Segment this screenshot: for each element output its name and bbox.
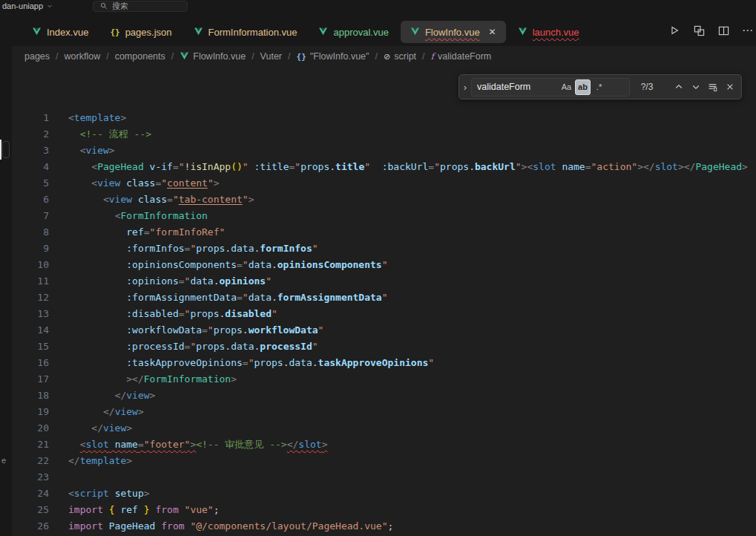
code-text: [49, 469, 68, 486]
code-text: <!-- 流程 -->: [49, 126, 151, 143]
line-number: 13: [12, 306, 49, 322]
title-bar: dan-uniapp 搜索: [0, 0, 756, 12]
code-text: :disabled="props.disabled": [49, 306, 277, 322]
code-line[interactable]: 17 ></FormInformation>: [12, 371, 756, 388]
code-line[interactable]: 22</template>: [12, 453, 756, 469]
breadcrumb-item[interactable]: FlowInfo.vue: [180, 51, 246, 62]
code-line[interactable]: 23: [12, 469, 756, 486]
find-input[interactable]: [477, 82, 559, 92]
code-text: :opinionsComponents="data.opinionsCompon…: [49, 257, 388, 273]
toggle-replace-icon[interactable]: ›: [459, 75, 471, 99]
code-line[interactable]: 18 </view>: [12, 388, 756, 404]
breadcrumb-item[interactable]: pages: [24, 51, 50, 62]
code-text: :opinions="data.opinions": [49, 273, 272, 290]
activity-bar-sliver: e: [0, 46, 12, 536]
code-line[interactable]: 21 <slot name="footer"><!-- 审批意见 --></sl…: [12, 437, 756, 453]
code-editor[interactable]: › Aa ab .* ?/3 1<template>2 <!-- 流程 -->3…: [12, 67, 756, 536]
whole-word-button[interactable]: ab: [575, 79, 591, 95]
code-line[interactable]: 13 :disabled="props.disabled": [12, 306, 756, 322]
workspace-name[interactable]: dan-uniapp: [0, 1, 53, 10]
search-icon: [100, 2, 108, 10]
vue-file-icon: [318, 27, 328, 36]
line-number: 16: [12, 355, 49, 371]
code-text: :formInfos="props.data.formInfos": [49, 241, 318, 257]
find-results-count: ?/3: [637, 82, 657, 92]
next-match-button[interactable]: [687, 79, 704, 96]
code-line[interactable]: 6 <view class="tab-content">: [12, 192, 756, 208]
sidebar-text-remnant: e: [1, 456, 6, 465]
breadcrumb-label: pages: [24, 51, 50, 62]
tab-pages.json[interactable]: {}pages.json: [100, 21, 181, 43]
code-text: :processId="props.data.processId": [49, 339, 318, 355]
code-line[interactable]: 2 <!-- 流程 -->: [12, 126, 756, 143]
tab-bar: Index.vue{}pages.jsonFormInformation.vue…: [0, 12, 756, 46]
previous-match-button[interactable]: [670, 79, 687, 96]
line-number: 10: [12, 257, 49, 273]
vue-file-icon: [32, 27, 42, 36]
breadcrumb-item[interactable]: {}"FlowInfo.vue": [297, 51, 369, 62]
breadcrumb-item[interactable]: components: [115, 51, 165, 62]
code-text: <FormInformation: [49, 208, 208, 224]
breadcrumb-label: components: [115, 51, 165, 62]
active-view-indicator: [0, 140, 1, 160]
split-editor-button[interactable]: [717, 24, 730, 37]
breadcrumb-separator: /: [171, 51, 174, 62]
code-line[interactable]: 19 </view>: [12, 404, 756, 420]
command-center-search[interactable]: 搜索: [93, 1, 188, 12]
open-changes-button[interactable]: [692, 24, 706, 37]
code-line[interactable]: 20 </view>: [12, 420, 756, 437]
code-line[interactable]: 9 :formInfos="props.data.formInfos": [12, 241, 756, 257]
close-find-icon[interactable]: [721, 79, 738, 96]
code-line[interactable]: 10 :opinionsComponents="data.opinionsCom…: [12, 257, 756, 273]
regex-button[interactable]: .*: [591, 79, 607, 95]
line-number: 25: [12, 502, 49, 518]
code-line[interactable]: 3 <view>: [12, 143, 756, 159]
line-number: 6: [12, 192, 49, 208]
line-number: 2: [12, 126, 49, 143]
breadcrumb-item[interactable]: ⊘script: [384, 51, 416, 62]
line-number: 1: [12, 110, 49, 126]
close-tab-icon[interactable]: ✕: [489, 27, 496, 36]
code-line[interactable]: 1<template>: [12, 110, 756, 126]
code-line[interactable]: 25import { ref } from "vue";: [12, 502, 756, 518]
code-line[interactable]: 12 :formAssignmentData="data.formAssignm…: [12, 290, 756, 306]
code-text: <view class="tab-content">: [49, 192, 254, 208]
breadcrumb-item[interactable]: fvalidateForm: [431, 51, 492, 62]
code-text: :workflowData="props.workflowData": [49, 322, 323, 339]
tab-launch.vue[interactable]: launch.vue: [508, 21, 589, 43]
code-text: </view>: [49, 420, 132, 437]
code-line[interactable]: 8 ref="formInfoRef": [12, 224, 756, 241]
breadcrumb-separator: /: [422, 51, 424, 62]
code-line[interactable]: 16 :taskApproveOpinions="props.data.task…: [12, 355, 756, 371]
breadcrumb: pages/workflow/components/FlowInfo.vue/V…: [12, 46, 756, 67]
code-text: </view>: [49, 388, 155, 404]
code-line[interactable]: 24<script setup>: [12, 486, 756, 502]
line-number: 19: [12, 404, 49, 420]
code-line[interactable]: 11 :opinions="data.opinions": [12, 273, 756, 290]
editor-actions: ⋯: [668, 24, 755, 37]
code-line[interactable]: 5 <view class="content">: [12, 175, 756, 192]
tab-Index.vue[interactable]: Index.vue: [22, 21, 98, 43]
tab-approval.vue[interactable]: approval.vue: [309, 21, 398, 43]
find-in-selection-button[interactable]: [704, 79, 721, 96]
code-text: </template>: [49, 453, 132, 469]
tab-FlowInfo.vue[interactable]: FlowInfo.vue✕: [401, 21, 506, 43]
code-text: <view>: [49, 143, 115, 159]
code-text: <template>: [49, 110, 126, 126]
line-number: 15: [12, 339, 49, 355]
breadcrumb-label: Vuter: [260, 51, 282, 62]
line-number: 12: [12, 290, 49, 306]
code-line[interactable]: 7 <FormInformation: [12, 208, 756, 224]
match-case-button[interactable]: Aa: [559, 79, 574, 95]
more-actions-button[interactable]: ⋯: [741, 24, 755, 37]
code-line[interactable]: 26import PageHead from "@/components/lay…: [12, 518, 756, 535]
breadcrumb-separator: /: [106, 51, 108, 62]
breadcrumb-label: script: [394, 51, 416, 62]
run-button[interactable]: [668, 24, 681, 37]
code-line[interactable]: 15 :processId="props.data.processId": [12, 339, 756, 355]
code-line[interactable]: 4 <PageHead v-if="!isInApp()" :title="pr…: [12, 159, 756, 175]
breadcrumb-item[interactable]: workflow: [65, 51, 101, 62]
code-line[interactable]: 14 :workflowData="props.workflowData": [12, 322, 756, 339]
breadcrumb-item[interactable]: Vuter: [260, 51, 282, 62]
tab-FormInformation.vue[interactable]: FormInformation.vue: [184, 21, 307, 43]
